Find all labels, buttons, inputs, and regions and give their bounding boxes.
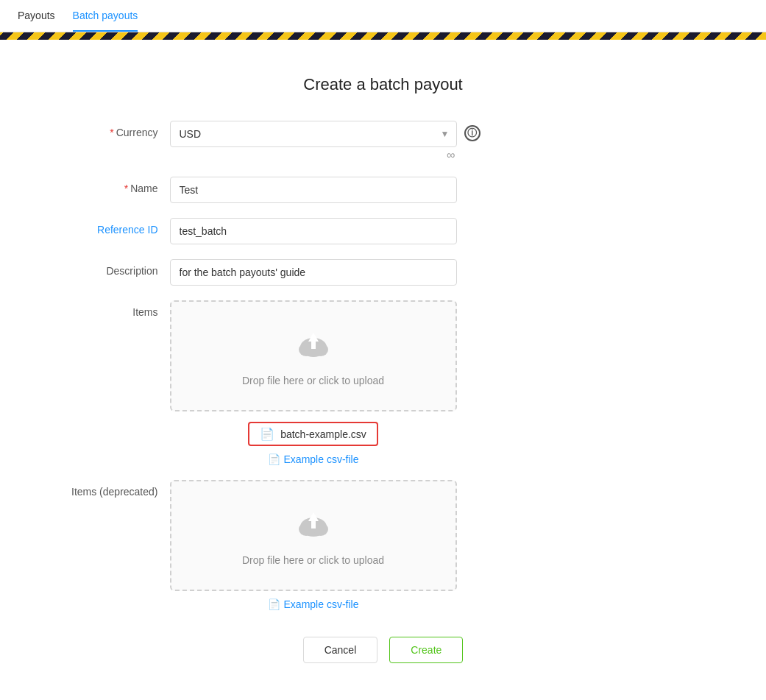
file-badge-name: batch-example.csv <box>280 428 366 440</box>
reference-id-label: Reference ID <box>52 218 170 236</box>
example-csv-link[interactable]: 📄 Example csv-file <box>268 453 359 465</box>
payouts-tab[interactable]: Payouts <box>18 1 55 32</box>
reference-id-field <box>170 218 457 244</box>
currency-select-wrapper: USD EUR GBP ▼ <box>170 121 457 147</box>
name-label: *Name <box>52 177 170 194</box>
items-upload-area[interactable]: Drop file here or click to upload <box>170 300 457 411</box>
reference-id-row: Reference ID <box>52 218 714 244</box>
create-button[interactable]: Create <box>389 637 463 663</box>
name-input[interactable] <box>170 177 457 203</box>
description-label: Description <box>52 259 170 277</box>
example-csv-deprecated-link-icon: 📄 <box>268 598 280 610</box>
items-deprecated-field: Drop file here or click to upload 📄 Exam… <box>170 480 457 610</box>
example-csv-deprecated-link-text: Example csv-file <box>284 598 359 610</box>
file-badge: 📄 batch-example.csv <box>248 422 378 446</box>
name-required-star: * <box>124 183 128 194</box>
form-container: Create a batch payout *Currency USD EUR … <box>52 75 714 663</box>
items-upload-icon <box>183 325 444 366</box>
items-deprecated-row: Items (deprecated) Drop file here or cli… <box>52 480 714 610</box>
items-label: Items <box>52 300 170 318</box>
description-field <box>170 259 457 286</box>
cancel-button[interactable]: Cancel <box>303 637 378 663</box>
items-deprecated-label: Items (deprecated) <box>52 480 170 498</box>
main-content: Create a batch payout *Currency USD EUR … <box>0 40 766 700</box>
currency-field: USD EUR GBP ▼ ∞ <box>170 121 457 162</box>
currency-info-wrapper: ⓘ <box>457 121 480 141</box>
items-field: Drop file here or click to upload 📄 batc… <box>170 300 457 465</box>
currency-label: *Currency <box>52 121 170 138</box>
button-row: Cancel Create <box>52 637 714 663</box>
items-upload-text: Drop file here or click to upload <box>183 375 444 386</box>
name-field <box>170 177 457 203</box>
file-badge-icon: 📄 <box>260 427 274 441</box>
currency-select[interactable]: USD EUR GBP <box>170 121 457 147</box>
file-badge-wrapper: 📄 batch-example.csv <box>170 422 457 446</box>
description-input[interactable] <box>170 259 457 286</box>
warning-stripe <box>0 32 766 40</box>
form-title: Create a batch payout <box>52 75 714 94</box>
svg-marker-9 <box>308 512 319 521</box>
items-row: Items Drop file here or click to upl <box>52 300 714 465</box>
items-deprecated-upload-icon <box>183 505 444 545</box>
example-link-wrapper: 📄 Example csv-file <box>170 453 457 465</box>
currency-info-icon[interactable]: ⓘ <box>464 125 480 141</box>
example-csv-deprecated-link[interactable]: 📄 Example csv-file <box>268 598 359 610</box>
items-deprecated-upload-text: Drop file here or click to upload <box>183 554 444 566</box>
name-row: *Name <box>52 177 714 203</box>
items-deprecated-upload-area[interactable]: Drop file here or click to upload <box>170 480 457 591</box>
example-csv-link-text: Example csv-file <box>284 453 359 465</box>
reference-id-input[interactable] <box>170 218 457 244</box>
top-nav: Payouts Batch payouts <box>0 0 766 32</box>
batch-payouts-tab[interactable]: Batch payouts <box>73 1 138 32</box>
example-csv-link-icon: 📄 <box>268 453 280 465</box>
currency-required-star: * <box>110 127 113 138</box>
currency-row: *Currency USD EUR GBP ▼ ∞ ⓘ <box>52 121 714 162</box>
description-row: Description <box>52 259 714 286</box>
svg-marker-4 <box>308 333 319 342</box>
example-link-deprecated-wrapper: 📄 Example csv-file <box>170 598 457 610</box>
currency-limit-symbol: ∞ <box>170 149 457 162</box>
